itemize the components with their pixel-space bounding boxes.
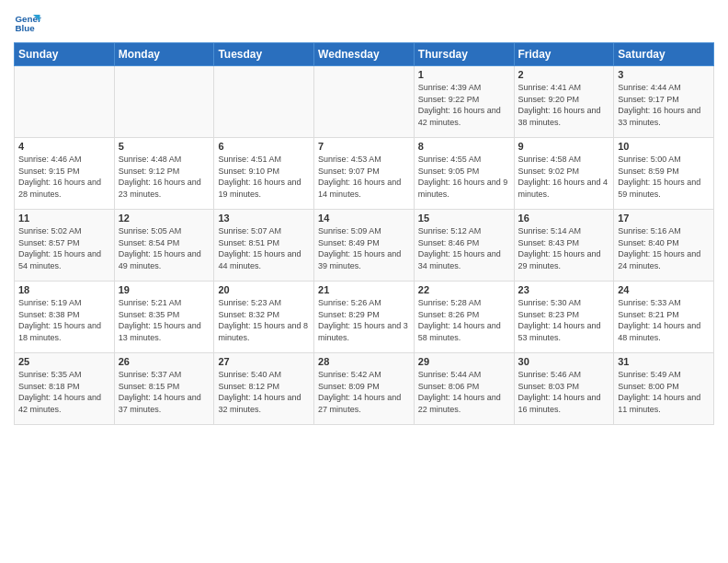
calendar-cell: 14Sunrise: 5:09 AM Sunset: 8:49 PM Dayli…	[314, 210, 415, 282]
day-number: 10	[618, 141, 710, 152]
calendar-cell: 7Sunrise: 4:53 AM Sunset: 9:07 PM Daylig…	[314, 138, 415, 210]
calendar-week-2: 4Sunrise: 4:46 AM Sunset: 9:15 PM Daylig…	[15, 138, 714, 210]
day-info: Sunrise: 5:28 AM Sunset: 8:26 PM Dayligh…	[418, 297, 510, 343]
day-info: Sunrise: 5:16 AM Sunset: 8:40 PM Dayligh…	[618, 225, 710, 271]
calendar-cell	[314, 66, 415, 138]
day-info: Sunrise: 4:39 AM Sunset: 9:22 PM Dayligh…	[418, 82, 510, 128]
day-info: Sunrise: 5:19 AM Sunset: 8:38 PM Dayligh…	[18, 297, 110, 343]
calendar-cell: 25Sunrise: 5:35 AM Sunset: 8:18 PM Dayli…	[15, 353, 115, 425]
calendar-cell: 28Sunrise: 5:42 AM Sunset: 8:09 PM Dayli…	[314, 353, 415, 425]
calendar-week-3: 11Sunrise: 5:02 AM Sunset: 8:57 PM Dayli…	[15, 210, 714, 282]
calendar-cell: 17Sunrise: 5:16 AM Sunset: 8:40 PM Dayli…	[614, 210, 714, 282]
calendar-cell: 18Sunrise: 5:19 AM Sunset: 8:38 PM Dayli…	[15, 282, 115, 353]
calendar-week-4: 18Sunrise: 5:19 AM Sunset: 8:38 PM Dayli…	[15, 282, 714, 353]
calendar-cell: 5Sunrise: 4:48 AM Sunset: 9:12 PM Daylig…	[114, 138, 214, 210]
calendar-cell: 16Sunrise: 5:14 AM Sunset: 8:43 PM Dayli…	[514, 210, 614, 282]
day-info: Sunrise: 5:02 AM Sunset: 8:57 PM Dayligh…	[18, 225, 110, 271]
day-number: 17	[618, 213, 710, 224]
day-info: Sunrise: 5:44 AM Sunset: 8:06 PM Dayligh…	[418, 369, 510, 415]
calendar-cell: 2Sunrise: 4:41 AM Sunset: 9:20 PM Daylig…	[514, 66, 614, 138]
day-info: Sunrise: 5:42 AM Sunset: 8:09 PM Dayligh…	[318, 369, 410, 415]
calendar-cell: 3Sunrise: 4:44 AM Sunset: 9:17 PM Daylig…	[614, 66, 714, 138]
day-number: 22	[418, 284, 510, 295]
day-info: Sunrise: 4:55 AM Sunset: 9:05 PM Dayligh…	[418, 154, 510, 200]
calendar-cell: 20Sunrise: 5:23 AM Sunset: 8:32 PM Dayli…	[214, 282, 314, 353]
day-number: 4	[18, 141, 110, 152]
day-number: 1	[418, 69, 510, 80]
day-info: Sunrise: 4:46 AM Sunset: 9:15 PM Dayligh…	[18, 154, 110, 200]
page-container: General Blue SundayMondayTuesdayWednesda…	[0, 0, 728, 430]
day-number: 29	[418, 356, 510, 367]
day-number: 2	[518, 69, 610, 80]
calendar-week-1: 1Sunrise: 4:39 AM Sunset: 9:22 PM Daylig…	[15, 66, 714, 138]
day-number: 31	[618, 356, 710, 367]
calendar-cell: 1Sunrise: 4:39 AM Sunset: 9:22 PM Daylig…	[414, 66, 514, 138]
day-info: Sunrise: 4:51 AM Sunset: 9:10 PM Dayligh…	[218, 154, 310, 200]
day-info: Sunrise: 4:53 AM Sunset: 9:07 PM Dayligh…	[318, 154, 410, 200]
calendar-cell: 22Sunrise: 5:28 AM Sunset: 8:26 PM Dayli…	[414, 282, 514, 353]
day-number: 6	[218, 141, 310, 152]
calendar-cell: 26Sunrise: 5:37 AM Sunset: 8:15 PM Dayli…	[114, 353, 214, 425]
day-number: 8	[418, 141, 510, 152]
day-number: 11	[18, 213, 110, 224]
day-number: 12	[119, 213, 210, 224]
calendar-cell: 8Sunrise: 4:55 AM Sunset: 9:05 PM Daylig…	[414, 138, 514, 210]
calendar-cell	[214, 66, 314, 138]
day-info: Sunrise: 5:40 AM Sunset: 8:12 PM Dayligh…	[218, 369, 310, 415]
calendar-cell: 21Sunrise: 5:26 AM Sunset: 8:29 PM Dayli…	[314, 282, 415, 353]
day-number: 24	[618, 284, 710, 295]
day-info: Sunrise: 4:48 AM Sunset: 9:12 PM Dayligh…	[119, 154, 210, 200]
day-info: Sunrise: 5:12 AM Sunset: 8:46 PM Dayligh…	[418, 225, 510, 271]
day-number: 21	[318, 284, 410, 295]
day-number: 19	[119, 284, 210, 295]
calendar: SundayMondayTuesdayWednesdayThursdayFrid…	[14, 42, 714, 425]
day-header-saturday: Saturday	[614, 43, 714, 66]
day-number: 3	[618, 69, 710, 80]
calendar-week-5: 25Sunrise: 5:35 AM Sunset: 8:18 PM Dayli…	[15, 353, 714, 425]
day-number: 27	[218, 356, 310, 367]
calendar-cell: 30Sunrise: 5:46 AM Sunset: 8:03 PM Dayli…	[514, 353, 614, 425]
day-info: Sunrise: 5:07 AM Sunset: 8:51 PM Dayligh…	[218, 225, 310, 271]
logo: General Blue	[14, 9, 41, 37]
day-number: 15	[418, 213, 510, 224]
day-info: Sunrise: 5:49 AM Sunset: 8:00 PM Dayligh…	[618, 369, 710, 415]
day-header-thursday: Thursday	[414, 43, 514, 66]
day-info: Sunrise: 5:00 AM Sunset: 8:59 PM Dayligh…	[618, 154, 710, 200]
header: General Blue	[14, 9, 714, 37]
calendar-header-row: SundayMondayTuesdayWednesdayThursdayFrid…	[15, 43, 714, 66]
day-info: Sunrise: 4:58 AM Sunset: 9:02 PM Dayligh…	[518, 154, 610, 200]
day-info: Sunrise: 5:46 AM Sunset: 8:03 PM Dayligh…	[518, 369, 610, 415]
logo-icon: General Blue	[14, 9, 41, 37]
day-number: 7	[318, 141, 410, 152]
calendar-cell: 12Sunrise: 5:05 AM Sunset: 8:54 PM Dayli…	[114, 210, 214, 282]
day-info: Sunrise: 5:14 AM Sunset: 8:43 PM Dayligh…	[518, 225, 610, 271]
day-header-wednesday: Wednesday	[314, 43, 415, 66]
day-header-friday: Friday	[514, 43, 614, 66]
calendar-cell: 11Sunrise: 5:02 AM Sunset: 8:57 PM Dayli…	[15, 210, 115, 282]
svg-text:Blue: Blue	[16, 23, 36, 33]
day-info: Sunrise: 5:37 AM Sunset: 8:15 PM Dayligh…	[119, 369, 210, 415]
day-info: Sunrise: 5:23 AM Sunset: 8:32 PM Dayligh…	[218, 297, 310, 343]
day-number: 5	[119, 141, 210, 152]
calendar-cell	[114, 66, 214, 138]
day-number: 30	[518, 356, 610, 367]
calendar-cell: 15Sunrise: 5:12 AM Sunset: 8:46 PM Dayli…	[414, 210, 514, 282]
day-number: 18	[18, 284, 110, 295]
day-header-tuesday: Tuesday	[214, 43, 314, 66]
calendar-cell	[15, 66, 115, 138]
day-info: Sunrise: 5:26 AM Sunset: 8:29 PM Dayligh…	[318, 297, 410, 343]
day-info: Sunrise: 5:05 AM Sunset: 8:54 PM Dayligh…	[119, 225, 210, 271]
day-info: Sunrise: 5:35 AM Sunset: 8:18 PM Dayligh…	[18, 369, 110, 415]
day-header-monday: Monday	[114, 43, 214, 66]
day-number: 13	[218, 213, 310, 224]
calendar-cell: 27Sunrise: 5:40 AM Sunset: 8:12 PM Dayli…	[214, 353, 314, 425]
day-info: Sunrise: 4:44 AM Sunset: 9:17 PM Dayligh…	[618, 82, 710, 128]
calendar-cell: 9Sunrise: 4:58 AM Sunset: 9:02 PM Daylig…	[514, 138, 614, 210]
calendar-cell: 13Sunrise: 5:07 AM Sunset: 8:51 PM Dayli…	[214, 210, 314, 282]
day-number: 16	[518, 213, 610, 224]
day-header-sunday: Sunday	[15, 43, 115, 66]
calendar-cell: 24Sunrise: 5:33 AM Sunset: 8:21 PM Dayli…	[614, 282, 714, 353]
calendar-cell: 10Sunrise: 5:00 AM Sunset: 8:59 PM Dayli…	[614, 138, 714, 210]
calendar-cell: 6Sunrise: 4:51 AM Sunset: 9:10 PM Daylig…	[214, 138, 314, 210]
day-number: 26	[119, 356, 210, 367]
